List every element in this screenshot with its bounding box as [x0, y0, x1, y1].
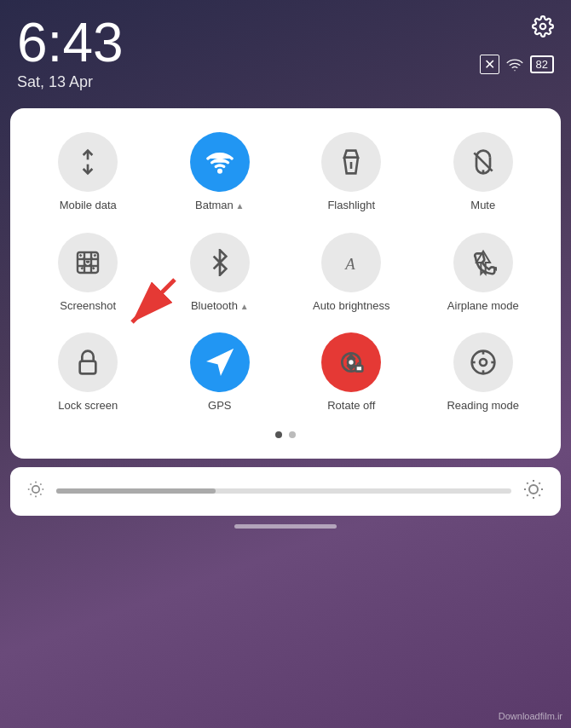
home-bar — [234, 524, 337, 529]
status-bar: 6:43 Sat, 13 Apr ✕ 82 — [0, 0, 571, 100]
tile-screenshot[interactable]: Screenshot — [24, 226, 153, 320]
watermark: Downloadfilm.ir — [499, 711, 562, 721]
close-icon: ✕ — [480, 55, 499, 74]
svg-line-32 — [40, 494, 41, 494]
page-indicators — [24, 431, 547, 438]
home-indicator — [0, 524, 571, 529]
reading-icon-bg — [453, 332, 513, 392]
rotate-icon-bg — [321, 332, 381, 392]
wifi-status-icon — [506, 56, 523, 73]
battery-indicator: 82 — [530, 55, 554, 73]
mute-label: Mute — [470, 199, 495, 212]
bluetooth-label: Bluetooth ▲ — [191, 299, 249, 313]
wifi-icon-bg — [190, 132, 250, 192]
airplane-icon — [470, 249, 497, 276]
bluetooth-icon — [206, 249, 234, 276]
gps-icon-bg — [190, 332, 250, 392]
tile-airplane[interactable]: Airplane mode — [419, 226, 548, 320]
svg-point-37 — [529, 485, 538, 494]
svg-line-35 — [31, 494, 32, 494]
tile-auto-brightness[interactable]: A Auto brightness — [287, 226, 416, 320]
tile-mobile-data[interactable]: Mobile data — [24, 125, 153, 219]
svg-point-3 — [218, 170, 221, 172]
svg-line-44 — [527, 494, 528, 495]
tile-rotate[interactable]: Rotate off — [287, 326, 416, 419]
tile-flashlight[interactable]: Flashlight — [287, 125, 416, 219]
bluetooth-icon-bg — [190, 233, 250, 292]
brightness-track[interactable] — [56, 488, 511, 494]
rotate-label: Rotate off — [327, 399, 375, 413]
brightness-max-icon — [523, 479, 544, 504]
brightness-bar — [10, 467, 561, 516]
svg-point-21 — [480, 359, 487, 366]
svg-line-40 — [527, 482, 528, 483]
lock-icon-bg — [58, 332, 118, 392]
auto-brightness-label: Auto brightness — [313, 299, 389, 313]
screenshot-icon-bg — [58, 233, 118, 292]
gear-button[interactable] — [532, 15, 554, 41]
svg-line-31 — [31, 483, 32, 484]
svg-line-45 — [539, 482, 539, 483]
mobile-data-icon-bg — [58, 132, 118, 192]
reading-label: Reading mode — [447, 399, 519, 413]
mute-icon — [470, 148, 497, 176]
mobile-data-label: Mobile data — [60, 199, 117, 212]
brightness-min-icon — [27, 481, 44, 502]
tile-gps[interactable]: GPS — [156, 326, 285, 419]
reading-mode-icon — [470, 349, 497, 376]
lock-icon — [74, 349, 101, 376]
flashlight-icon-bg — [321, 132, 381, 192]
tile-bluetooth[interactable]: Bluetooth ▲ — [156, 226, 285, 320]
page-dot-1[interactable] — [275, 431, 282, 438]
date: Sat, 13 Apr — [17, 73, 124, 91]
time-date: 6:43 Sat, 13 Apr — [17, 15, 124, 91]
wifi-label: Batman ▲ — [195, 199, 245, 212]
airplane-icon-bg — [453, 233, 513, 292]
airplane-label: Airplane mode — [447, 299, 519, 313]
gps-icon — [206, 349, 234, 376]
wifi-icon — [206, 148, 234, 176]
mobile-data-icon — [74, 148, 101, 176]
flashlight-icon — [337, 148, 365, 176]
svg-rect-15 — [80, 361, 96, 374]
flashlight-label: Flashlight — [327, 199, 375, 212]
auto-brightness-icon-bg: A — [321, 233, 381, 292]
quick-settings-panel: Mobile data Batman ▲ — [10, 108, 561, 459]
brightness-fill — [56, 488, 216, 494]
svg-line-36 — [40, 483, 41, 484]
tile-wifi[interactable]: Batman ▲ — [156, 125, 285, 219]
svg-marker-16 — [210, 351, 231, 373]
auto-brightness-icon: A — [337, 249, 365, 276]
svg-text:A: A — [344, 255, 356, 273]
tile-lock-screen[interactable]: Lock screen — [24, 326, 153, 419]
svg-point-28 — [32, 486, 39, 493]
status-icons: ✕ 82 — [480, 55, 554, 74]
tile-reading[interactable]: Reading mode — [419, 326, 548, 419]
clock: 6:43 — [17, 15, 124, 70]
gps-label: GPS — [208, 399, 231, 413]
screenshot-label: Screenshot — [60, 299, 116, 313]
screenshot-icon — [74, 249, 101, 276]
svg-rect-19 — [356, 366, 363, 372]
svg-point-0 — [540, 24, 546, 30]
rotate-icon — [337, 349, 365, 376]
tiles-grid: Mobile data Batman ▲ — [24, 125, 547, 419]
lock-screen-label: Lock screen — [58, 399, 118, 413]
page-dot-2[interactable] — [289, 431, 296, 438]
svg-line-41 — [539, 494, 539, 495]
svg-point-18 — [348, 359, 355, 366]
mute-icon-bg — [453, 132, 513, 192]
tile-mute[interactable]: Mute — [419, 125, 548, 219]
